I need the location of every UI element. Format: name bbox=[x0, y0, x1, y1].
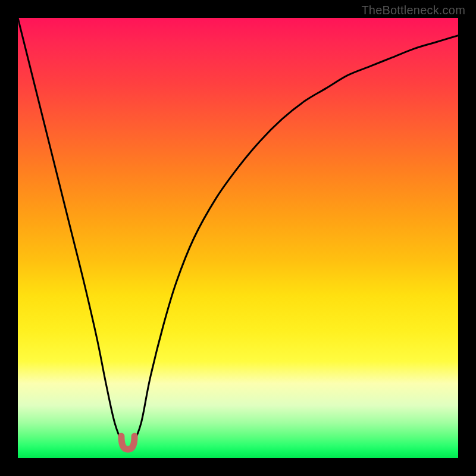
plot-area bbox=[18, 18, 458, 458]
chart-frame: TheBottleneck.com bbox=[0, 0, 476, 476]
curve-layer bbox=[18, 18, 458, 458]
trough-marker bbox=[121, 436, 134, 449]
watermark-text: TheBottleneck.com bbox=[361, 4, 465, 17]
bottleneck-curve bbox=[18, 18, 458, 447]
